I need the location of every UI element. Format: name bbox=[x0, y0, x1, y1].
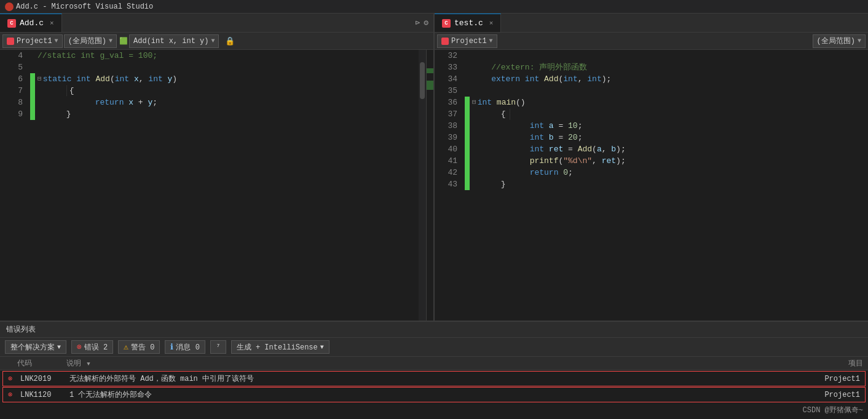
code-line-39: int b = 20; bbox=[472, 132, 866, 143]
error-row-1-code: LNK1120 bbox=[20, 391, 69, 399]
col-icon-header bbox=[5, 358, 17, 369]
error-row-1-desc: 1 个无法解析的外部命令 bbox=[69, 389, 799, 400]
scrollbar-left[interactable] bbox=[419, 50, 426, 321]
ln-32: 32 bbox=[440, 50, 457, 62]
code-line-36: ⊟int main() bbox=[472, 97, 866, 108]
code-line-43: } bbox=[472, 178, 866, 190]
tab-add-close[interactable]: × bbox=[50, 20, 54, 27]
error-count-label: 错误 2 bbox=[84, 342, 108, 353]
tab-test-c[interactable]: C test.c × bbox=[435, 14, 501, 32]
code-line-35 bbox=[472, 85, 866, 97]
error-row-0-desc: 无法解析的外部符号 Add，函数 main 中引用了该符号 bbox=[69, 373, 799, 384]
project-arrow-left: ▼ bbox=[55, 38, 58, 44]
tab-right-controls[interactable]: ⊳ ⚙ bbox=[410, 14, 433, 32]
code-line-5 bbox=[37, 62, 416, 73]
ln-7: 7 bbox=[5, 85, 23, 97]
scope-label-left: (全局范围) bbox=[68, 36, 106, 46]
ind-33 bbox=[465, 62, 470, 73]
ind-38 bbox=[465, 120, 470, 132]
code-lines-left: //static int g_val = 100; ⊟static int Ad… bbox=[35, 50, 419, 321]
ln-6: 6 bbox=[5, 73, 23, 85]
tab-test-label: test.c bbox=[454, 18, 483, 28]
code-line-42: return 0; bbox=[472, 167, 866, 178]
func-label-left: Add(int x, int y) bbox=[133, 37, 208, 46]
ind-41 bbox=[465, 155, 470, 167]
info-count-label: 消息 0 bbox=[176, 342, 199, 353]
ln-34: 34 bbox=[440, 73, 457, 85]
error-row-1-icon: ⊗ bbox=[8, 390, 20, 399]
ind-5 bbox=[30, 62, 35, 73]
pin-icon[interactable]: ⊳ bbox=[415, 18, 420, 28]
scope-dropdown[interactable]: 整个解决方案 ▼ bbox=[5, 340, 66, 354]
minimap-hl2-left bbox=[427, 81, 433, 90]
info-count-btn[interactable]: ℹ 消息 0 bbox=[165, 340, 205, 354]
ln-43: 43 bbox=[440, 178, 457, 190]
error-row-0[interactable]: ⊗ LNK2019 无法解析的外部符号 Add，函数 main 中引用了该符号 … bbox=[2, 371, 866, 386]
collapse-36[interactable]: ⊟ bbox=[472, 97, 476, 108]
code-area-left[interactable]: 4 5 6 7 8 9 //static int g_val = 100; ⊟s… bbox=[0, 50, 433, 321]
lock-icon-left: 🔒 bbox=[225, 36, 235, 46]
warning-count-btn[interactable]: ⚠ 警告 0 bbox=[118, 340, 160, 354]
scrollbar-thumb-left[interactable] bbox=[420, 62, 425, 99]
nav-lock-left[interactable]: 🔒 bbox=[220, 36, 240, 46]
gear-icon[interactable]: ⚙ bbox=[424, 18, 428, 28]
project-icon-left bbox=[7, 38, 14, 45]
error-panel-toolbar: 整个解决方案 ▼ ⊗ 错误 2 ⚠ 警告 0 ℹ 消息 0 ⁷ 生成 + Int… bbox=[0, 338, 868, 357]
nav-icon-group-left: 🟩 bbox=[119, 37, 128, 45]
title-bar: Add.c - Microsoft Visual Studio bbox=[0, 0, 868, 14]
collapse-6[interactable]: ⊟ bbox=[37, 73, 42, 85]
code-line-34: extern int Add(int, int); bbox=[472, 73, 866, 85]
tab-add-label: Add.c bbox=[20, 18, 44, 28]
tab-test-close[interactable]: × bbox=[489, 20, 494, 27]
project-dropdown-left[interactable]: Project1 ▼ bbox=[2, 34, 63, 48]
nav-func-icon-left: 🟩 bbox=[119, 37, 128, 45]
ln-8: 8 bbox=[5, 97, 23, 108]
right-tab-bar: C test.c × bbox=[435, 14, 868, 32]
error-panel-header: 错误列表 bbox=[0, 322, 868, 338]
error-panel: 错误列表 整个解决方案 ▼ ⊗ 错误 2 ⚠ 警告 0 ℹ 消息 0 ⁷ 生成 … bbox=[0, 321, 868, 419]
ind-43 bbox=[465, 178, 470, 190]
ind-9 bbox=[30, 108, 35, 120]
ln-37: 37 bbox=[440, 108, 457, 120]
ind-32 bbox=[465, 50, 470, 62]
error-row-1[interactable]: ⊗ LNK1120 1 个无法解析的外部命令 Project1 bbox=[2, 387, 866, 402]
col-desc-header[interactable]: 说明 ▼ bbox=[66, 358, 802, 369]
error-row-0-code: LNK2019 bbox=[20, 375, 69, 383]
func-dropdown-left[interactable]: Add(int x, int y) ▼ bbox=[129, 34, 219, 48]
error-panel-title: 错误列表 bbox=[6, 325, 36, 334]
ln-4: 4 bbox=[5, 50, 23, 62]
minimap-hl-left bbox=[427, 68, 433, 73]
editor-pane-right: Project1 ▼ (全局范围) ▼ 32 33 34 35 36 37 38… bbox=[435, 33, 868, 321]
ind-37 bbox=[465, 108, 470, 120]
line-numbers-right: 32 33 34 35 36 37 38 39 40 41 42 43 bbox=[435, 50, 462, 321]
build-dropdown[interactable]: 生成 + IntelliSense ▼ bbox=[231, 340, 329, 354]
error-count-btn[interactable]: ⊗ 错误 2 bbox=[71, 340, 113, 354]
watermark: CSDN @野猪佩奇~ bbox=[803, 405, 863, 415]
scope-label-right: (全局范围) bbox=[817, 36, 855, 46]
filter-icon: ⁷ bbox=[216, 342, 221, 352]
warning-count-label: 警告 0 bbox=[131, 342, 154, 353]
ind-8 bbox=[30, 97, 35, 108]
code-line-38: int a = 10; bbox=[472, 120, 866, 132]
code-line-32 bbox=[472, 50, 866, 62]
col-code-header[interactable]: 代码 bbox=[17, 358, 66, 369]
code-area-right[interactable]: 32 33 34 35 36 37 38 39 40 41 42 43 bbox=[435, 50, 868, 321]
scope-dropdown-left[interactable]: (全局范围) ▼ bbox=[64, 34, 117, 48]
code-line-4: //static int g_val = 100; bbox=[37, 50, 416, 62]
minimap-left bbox=[426, 50, 433, 321]
ind-6 bbox=[30, 73, 35, 85]
scope-dropdown-right[interactable]: (全局范围) ▼ bbox=[813, 34, 866, 48]
code-lines-right: //extern: 声明外部函数 extern int Add(int, int… bbox=[470, 50, 868, 321]
code-line-41: printf("%d\n", ret); bbox=[472, 155, 866, 167]
ln-40: 40 bbox=[440, 143, 457, 155]
ind-40 bbox=[465, 143, 470, 155]
project-dropdown-right[interactable]: Project1 ▼ bbox=[437, 34, 497, 48]
project-icon-right bbox=[441, 38, 449, 45]
col-project-header[interactable]: 项目 bbox=[802, 358, 863, 369]
tab-add-c[interactable]: C Add.c × bbox=[0, 14, 62, 32]
ind-36 bbox=[465, 97, 470, 108]
build-arrow: ▼ bbox=[320, 344, 324, 351]
error-circle-icon: ⊗ bbox=[77, 342, 82, 352]
filter-btn[interactable]: ⁷ bbox=[210, 340, 226, 354]
project-label-right: Project1 bbox=[451, 37, 487, 46]
